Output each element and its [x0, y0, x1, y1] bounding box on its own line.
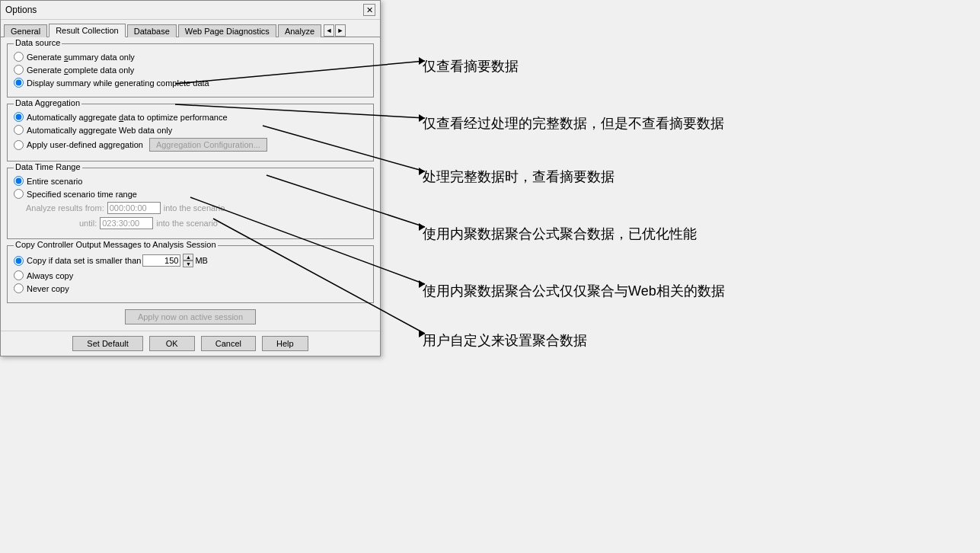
tab-bar: General Result Collection Database Web P… — [1, 20, 380, 37]
spinner-down[interactable]: ▼ — [183, 261, 193, 267]
ann-6: 用户自定义来设置聚合数据 — [423, 331, 587, 350]
radio-row-display-summary: Display summary while generating complet… — [14, 78, 367, 88]
cancel-button[interactable]: Cancel — [201, 336, 256, 351]
time-from-row: Analyze results from: into the scenario — [26, 202, 367, 214]
radio-never-copy[interactable] — [14, 283, 24, 293]
radio-specified-range[interactable] — [14, 189, 24, 199]
time-until-input[interactable] — [100, 217, 153, 229]
window-title: Options — [5, 5, 37, 15]
radio-complete-only-label: Generate complete data only — [27, 66, 134, 75]
data-aggregation-group: Data Aggregation Automatically aggregate… — [7, 104, 374, 161]
data-source-content: Generate summary data only Generate comp… — [14, 52, 367, 88]
radio-never-copy-label: Never copy — [27, 284, 69, 293]
data-time-range-label: Data Time Range — [14, 162, 82, 171]
time-until-row: until: into the scenario — [26, 217, 367, 229]
radio-row-auto-aggregate: Automatically aggregate data to optimize… — [14, 112, 367, 122]
help-button[interactable]: Help — [262, 336, 308, 351]
radio-auto-web-label: Automatically aggregate Web data only — [27, 126, 172, 135]
radio-copy-smaller-label: Copy if data set is smaller than — [27, 256, 141, 265]
set-default-button[interactable]: Set Default — [72, 336, 142, 351]
copy-controller-label: Copy Controller Output Messages to Analy… — [14, 240, 218, 249]
ann-1: 仅查看摘要数据 — [423, 57, 519, 75]
time-from-suffix: into the scenario — [164, 203, 225, 213]
tab-analyze[interactable]: Analyze — [278, 24, 321, 37]
data-time-range-content: Entire scenario Specified scenario time … — [14, 176, 367, 229]
ann-3: 处理完整数据时，查看摘要数据 — [423, 168, 614, 186]
radio-summary-only-label: Generate summary data only — [27, 53, 135, 62]
data-source-group: Data source Generate summary data only G… — [7, 43, 374, 97]
radio-always-copy[interactable] — [14, 270, 24, 280]
radio-auto-aggregate-label: Automatically aggregate data to optimize… — [27, 113, 228, 122]
radio-auto-web[interactable] — [14, 125, 24, 135]
options-window: Options ✕ General Result Collection Data… — [0, 0, 381, 356]
radio-summary-only[interactable] — [14, 52, 24, 62]
radio-user-defined[interactable] — [14, 140, 24, 150]
data-aggregation-label: Data Aggregation — [14, 98, 81, 107]
radio-copy-smaller[interactable] — [14, 256, 24, 266]
time-from-input[interactable] — [107, 202, 161, 214]
ann-5: 使用内聚数据聚合公式仅仅聚合与Web相关的数据 — [423, 282, 725, 300]
radio-row-never-copy: Never copy — [14, 283, 367, 293]
radio-complete-only[interactable] — [14, 65, 24, 75]
radio-row-entire-scenario: Entire scenario — [14, 176, 367, 186]
radio-auto-aggregate[interactable] — [14, 112, 24, 122]
radio-row-copy-smaller: Copy if data set is smaller than ▲ ▼ MB — [14, 254, 367, 267]
radio-row-always-copy: Always copy — [14, 270, 367, 280]
spinner-up[interactable]: ▲ — [183, 254, 193, 261]
apply-button-row: Apply now on active session — [7, 309, 374, 324]
copy-controller-group: Copy Controller Output Messages to Analy… — [7, 245, 374, 303]
spinner-unit: MB — [195, 256, 208, 265]
radio-row-summary-only: Generate summary data only — [14, 52, 367, 62]
tab-web-page-diagnostics[interactable]: Web Page Diagnostics — [178, 24, 276, 37]
spinner-buttons: ▲ ▼ — [183, 254, 193, 267]
aggregation-config-button[interactable]: Aggregation Configuration... — [149, 138, 267, 152]
radio-row-specified-range: Specified scenario time range — [14, 189, 367, 199]
ann-2: 仅查看经过处理的完整数据，但是不查看摘要数据 — [423, 114, 724, 133]
ann-4: 使用内聚数据聚合公式聚合数据，已优化性能 — [423, 225, 697, 243]
radio-specified-range-label: Specified scenario time range — [27, 190, 137, 199]
radio-user-defined-label: Apply user-defined aggregation — [27, 140, 143, 149]
time-until-suffix: into the scenario — [156, 219, 218, 228]
tab-general[interactable]: General — [4, 24, 47, 37]
ok-button[interactable]: OK — [149, 336, 195, 351]
bottom-bar: Set Default OK Cancel Help — [1, 331, 380, 356]
tab-nav-right[interactable]: ► — [335, 24, 346, 37]
tab-result-collection[interactable]: Result Collection — [49, 24, 126, 37]
copy-controller-content: Copy if data set is smaller than ▲ ▼ MB … — [14, 254, 367, 293]
apply-now-button[interactable]: Apply now on active session — [125, 309, 256, 324]
time-from-label: Analyze results from: — [26, 203, 104, 213]
radio-row-complete-only: Generate complete data only — [14, 65, 367, 75]
data-source-label: Data source — [14, 38, 62, 47]
radio-entire-scenario-label: Entire scenario — [27, 177, 82, 186]
radio-row-auto-web: Automatically aggregate Web data only — [14, 125, 367, 135]
data-aggregation-content: Automatically aggregate data to optimize… — [14, 112, 367, 152]
radio-display-summary-label: Display summary while generating complet… — [27, 78, 209, 88]
title-bar: Options ✕ — [1, 1, 380, 20]
radio-display-summary[interactable] — [14, 78, 24, 88]
radio-row-user-defined: Apply user-defined aggregation Aggregati… — [14, 138, 367, 152]
spinner-input[interactable] — [142, 254, 180, 267]
radio-entire-scenario[interactable] — [14, 176, 24, 186]
tab-database[interactable]: Database — [127, 24, 177, 37]
annotations-panel: 仅查看摘要数据 仅查看经过处理的完整数据，但是不查看摘要数据 处理完整数据时，查… — [385, 46, 978, 548]
tab-content: Data source Generate summary data only G… — [1, 37, 380, 331]
data-time-range-group: Data Time Range Entire scenario Specifie… — [7, 168, 374, 239]
close-button[interactable]: ✕ — [363, 4, 375, 16]
radio-always-copy-label: Always copy — [27, 271, 73, 280]
time-until-label: until: — [79, 219, 97, 228]
tab-nav-left[interactable]: ◄ — [324, 24, 334, 37]
